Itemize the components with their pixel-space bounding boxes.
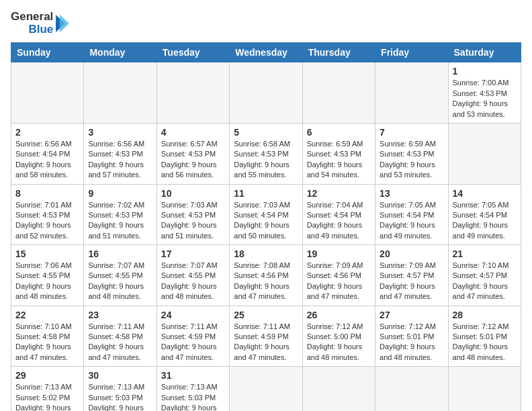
calendar-cell [448,123,521,184]
calendar-cell: 15 Sunrise: 7:06 AM Sunset: 4:55 PM Dayl… [11,245,84,306]
calendar-cell: 4 Sunrise: 6:57 AM Sunset: 4:53 PM Dayli… [157,123,229,184]
day-number: 15 [15,248,79,259]
sunrise-label: Sunrise: 7:01 AM [15,201,72,209]
day-number: 19 [307,248,371,259]
sunrise-label: Sunrise: 6:56 AM [88,140,144,148]
day-info: Sunrise: 7:09 AM Sunset: 4:56 PM Dayligh… [307,261,371,302]
calendar-cell: 14 Sunrise: 7:05 AM Sunset: 4:54 PM Dayl… [448,184,521,245]
day-info: Sunrise: 7:12 AM Sunset: 5:00 PM Dayligh… [307,322,371,363]
day-info: Sunrise: 7:10 AM Sunset: 4:58 PM Dayligh… [15,322,79,363]
daylight-label: Daylight: 9 hours [307,221,363,229]
sunset-label: Sunset: 5:03 PM [88,394,142,402]
sunset-label: Sunset: 4:55 PM [88,271,142,279]
sunrise-label: Sunrise: 7:08 AM [234,261,290,269]
day-info: Sunrise: 7:13 AM Sunset: 5:02 PM Dayligh… [15,382,79,411]
day-info: Sunrise: 7:05 AM Sunset: 4:54 PM Dayligh… [453,200,517,242]
sunset-label: Sunset: 4:58 PM [15,332,70,340]
daylight-minutes: and 47 minutes. [307,292,359,300]
day-info: Sunrise: 7:04 AM Sunset: 4:54 PM Dayligh… [307,200,371,242]
calendar-cell: 25 Sunrise: 7:11 AM Sunset: 4:59 PM Dayl… [230,306,302,367]
sunrise-label: Sunrise: 7:10 AM [453,261,509,269]
daylight-minutes: and 49 minutes. [453,232,505,240]
daylight-label: Daylight: 9 hours [15,342,71,351]
sunrise-label: Sunrise: 7:12 AM [380,322,436,330]
daylight-minutes: and 51 minutes. [161,232,214,240]
day-number: 7 [380,127,443,138]
daylight-minutes: and 49 minutes. [380,232,432,240]
sunset-label: Sunset: 5:02 PM [15,394,70,402]
calendar-cell: 31 Sunrise: 7:13 AM Sunset: 5:03 PM Dayl… [157,367,229,411]
calendar-cell [375,62,448,124]
sunrise-label: Sunrise: 7:13 AM [88,383,144,391]
header-thursday: Thursday [302,43,375,62]
calendar-cell: 3 Sunrise: 6:56 AM Sunset: 4:53 PM Dayli… [84,123,157,184]
day-number: 25 [234,310,298,320]
calendar-cell: 2 Sunrise: 6:56 AM Sunset: 4:54 PM Dayli… [11,123,84,184]
daylight-label: Daylight: 9 hours [161,221,217,229]
header-friday: Friday [375,43,448,62]
sunset-label: Sunset: 4:54 PM [15,150,70,158]
day-info: Sunrise: 7:07 AM Sunset: 4:55 PM Dayligh… [161,261,225,302]
daylight-minutes: and 47 minutes. [380,292,432,300]
calendar-cell: 12 Sunrise: 7:04 AM Sunset: 4:54 PM Dayl… [302,184,375,245]
sunrise-label: Sunrise: 7:09 AM [380,261,436,269]
daylight-minutes: and 47 minutes. [453,292,505,300]
day-info: Sunrise: 7:02 AM Sunset: 4:53 PM Dayligh… [88,200,152,242]
calendar-cell: 19 Sunrise: 7:09 AM Sunset: 4:56 PM Dayl… [302,245,375,306]
day-info: Sunrise: 6:56 AM Sunset: 4:54 PM Dayligh… [15,139,79,181]
svg-marker-1 [60,15,69,32]
sunrise-label: Sunrise: 7:04 AM [307,201,363,209]
day-number: 1 [453,66,517,77]
sunrise-label: Sunrise: 7:03 AM [161,201,218,209]
daylight-minutes: and 53 minutes. [380,171,432,179]
logo: General Blue [11,11,69,36]
daylight-label: Daylight: 9 hours [380,161,435,169]
sunset-label: Sunset: 4:57 PM [380,271,434,279]
sunrise-label: Sunrise: 7:12 AM [307,322,363,330]
sunset-label: Sunset: 5:00 PM [307,332,361,340]
day-number: 12 [307,188,371,199]
day-info: Sunrise: 6:56 AM Sunset: 4:53 PM Dayligh… [88,139,152,181]
daylight-minutes: and 51 minutes. [88,232,140,240]
calendar-cell [11,62,84,124]
daylight-minutes: and 47 minutes. [15,353,68,361]
logo-chevron-icon [54,13,69,34]
logo-container: General Blue [11,11,69,36]
calendar-cell: 16 Sunrise: 7:07 AM Sunset: 4:55 PM Dayl… [84,245,157,306]
day-number: 24 [161,310,225,320]
day-number: 16 [88,248,152,259]
day-number: 17 [161,248,225,259]
daylight-label: Daylight: 9 hours [453,99,508,107]
daylight-minutes: and 48 minutes. [161,292,214,300]
daylight-label: Daylight: 9 hours [88,282,144,290]
sunset-label: Sunset: 4:53 PM [88,211,142,219]
sunrise-label: Sunrise: 7:00 AM [453,79,509,87]
day-info: Sunrise: 7:12 AM Sunset: 5:01 PM Dayligh… [453,322,517,363]
day-info: Sunrise: 7:13 AM Sunset: 5:03 PM Dayligh… [88,382,152,411]
calendar-cell: 1 Sunrise: 7:00 AM Sunset: 4:53 PM Dayli… [448,62,521,124]
sunrise-label: Sunrise: 6:58 AM [234,140,290,148]
sunset-label: Sunset: 4:59 PM [234,332,288,340]
day-info: Sunrise: 7:12 AM Sunset: 5:01 PM Dayligh… [380,322,443,363]
daylight-label: Daylight: 9 hours [161,161,217,169]
day-info: Sunrise: 6:57 AM Sunset: 4:53 PM Dayligh… [161,139,225,181]
daylight-label: Daylight: 9 hours [15,221,71,229]
day-info: Sunrise: 7:07 AM Sunset: 4:55 PM Dayligh… [88,261,152,302]
daylight-minutes: and 50 minutes. [234,232,286,240]
sunrise-label: Sunrise: 7:07 AM [161,261,218,269]
day-info: Sunrise: 7:03 AM Sunset: 4:54 PM Dayligh… [234,200,298,242]
day-number: 10 [161,188,225,199]
header-sunday: Sunday [11,43,84,62]
daylight-minutes: and 47 minutes. [234,353,286,361]
day-info: Sunrise: 6:59 AM Sunset: 4:53 PM Dayligh… [307,139,371,181]
sunset-label: Sunset: 4:59 PM [161,332,216,340]
day-number: 6 [307,127,371,138]
daylight-label: Daylight: 9 hours [380,342,435,351]
sunrise-label: Sunrise: 7:05 AM [453,201,509,209]
header-tuesday: Tuesday [157,43,229,62]
calendar-cell: 10 Sunrise: 7:03 AM Sunset: 4:53 PM Dayl… [157,184,229,245]
sunset-label: Sunset: 4:55 PM [15,271,70,279]
day-number: 2 [15,127,79,138]
day-number: 18 [234,248,298,259]
sunrise-label: Sunrise: 7:09 AM [307,261,363,269]
